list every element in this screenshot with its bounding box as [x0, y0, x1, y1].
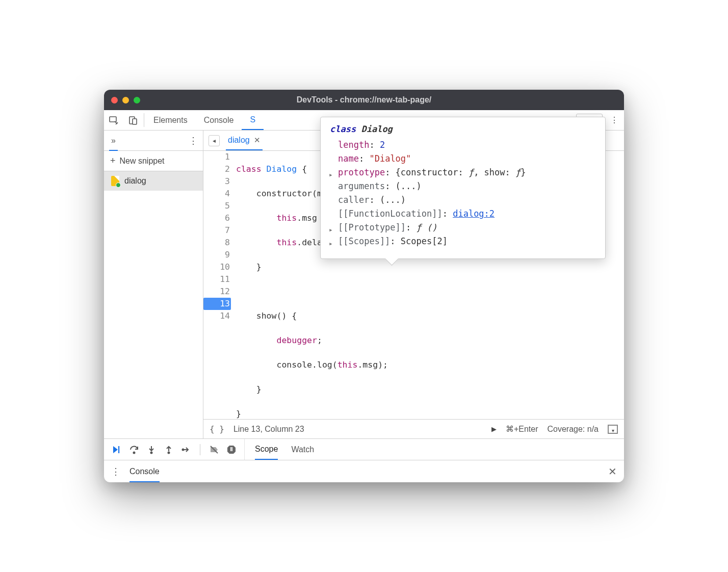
drawer-console-tab[interactable]: Console — [129, 467, 160, 482]
step-icon[interactable] — [180, 444, 192, 455]
tab-console[interactable]: Console — [196, 110, 242, 130]
editor-nav-icon[interactable]: ◂ — [209, 135, 220, 146]
tab-elements[interactable]: Elements — [145, 110, 196, 130]
drawer-close-icon[interactable]: ✕ — [608, 465, 617, 478]
debugger-bar: Scope Watch — [104, 438, 624, 460]
object-preview-popover: class Dialog length: 2name: "Dialog"prot… — [320, 117, 606, 259]
svg-point-5 — [134, 452, 135, 453]
run-shortcut: ⌘+Enter — [506, 424, 538, 434]
snippet-item[interactable]: dialog — [104, 171, 203, 191]
popover-header: class Dialog — [328, 122, 598, 136]
plus-icon: + — [110, 155, 116, 166]
resume-icon[interactable] — [111, 444, 122, 455]
snippet-item-label: dialog — [124, 176, 146, 186]
popover-property-row: arguments: (...) — [328, 179, 598, 193]
svg-rect-9 — [230, 447, 231, 451]
sidebar-expand-icon[interactable]: » — [109, 136, 118, 151]
popover-property-row[interactable]: [[Scopes]]: Scopes[2] — [328, 235, 598, 248]
sidebar-menu-icon[interactable]: ⋮ — [189, 135, 198, 146]
minimize-window-button[interactable] — [122, 97, 129, 103]
svg-rect-4 — [118, 446, 119, 453]
editor-tab-dialog[interactable]: dialog ✕ — [226, 131, 263, 150]
popover-property-row: [[FunctionLocation]]: dialog:2 — [328, 207, 598, 221]
popover-property-row[interactable]: prototype: {constructor: ƒ, show: ƒ} — [328, 166, 598, 179]
maximize-window-button[interactable] — [134, 97, 140, 103]
svg-point-6 — [151, 452, 152, 453]
deactivate-breakpoints-icon[interactable] — [209, 444, 220, 455]
sidebar-header: » ⋮ — [104, 131, 203, 151]
titlebar: DevTools - chrome://new-tab-page/ — [104, 90, 624, 110]
svg-point-8 — [183, 449, 184, 450]
coverage-label: Coverage: n/a — [547, 425, 599, 434]
tab-sources[interactable]: S — [242, 110, 264, 130]
svg-rect-10 — [231, 447, 232, 451]
step-over-icon[interactable] — [128, 444, 140, 455]
popover-property-row: name: "Dialog" — [328, 152, 598, 166]
navigator-sidebar: » ⋮ + New snippet dialog — [104, 131, 203, 438]
close-tab-icon[interactable]: ✕ — [254, 136, 261, 145]
popover-property-row: length: 2 — [328, 138, 598, 152]
new-snippet-label: New snippet — [120, 157, 165, 166]
line-gutter: 1234 5678 9101112 1314 — [203, 151, 234, 419]
window-title: DevTools - chrome://new-tab-page/ — [104, 95, 624, 105]
popover-keyword: class — [330, 124, 356, 134]
popover-property-row: caller: (...) — [328, 193, 598, 207]
tab-scope[interactable]: Scope — [255, 439, 278, 460]
window-controls — [111, 97, 140, 103]
popover-class-name: Dialog — [361, 124, 392, 134]
console-drawer: ⋮ Console ✕ — [104, 460, 624, 482]
debug-controls — [104, 439, 245, 460]
device-toggle-icon[interactable] — [123, 110, 143, 130]
pause-exceptions-icon[interactable] — [226, 444, 237, 455]
step-into-icon[interactable] — [146, 444, 157, 455]
inspect-element-icon[interactable] — [104, 110, 123, 130]
step-out-icon[interactable] — [163, 444, 174, 455]
devtools-window: DevTools - chrome://new-tab-page/ Elemen… — [104, 90, 624, 482]
tab-watch[interactable]: Watch — [291, 439, 314, 460]
run-icon[interactable]: ▶ — [491, 425, 497, 433]
right-panel-tabs: Scope Watch — [245, 439, 324, 460]
svg-point-7 — [168, 452, 170, 453]
kebab-menu-icon[interactable]: ⋮ — [605, 110, 624, 130]
svg-rect-0 — [110, 117, 116, 122]
editor-statusbar: { } Line 13, Column 23 ▶ ⌘+Enter Coverag… — [203, 419, 624, 438]
popover-property-row[interactable]: [[Prototype]]: ƒ () — [328, 221, 598, 235]
close-window-button[interactable] — [111, 97, 118, 103]
editor-tab-label: dialog — [228, 136, 250, 145]
snippet-file-icon — [111, 176, 119, 186]
format-icon[interactable]: { } — [210, 424, 224, 434]
coverage-box-icon[interactable]: ▾ — [608, 425, 618, 434]
cursor-position: Line 13, Column 23 — [233, 425, 304, 434]
svg-rect-2 — [133, 119, 137, 124]
drawer-menu-icon[interactable]: ⋮ — [111, 466, 120, 477]
new-snippet-button[interactable]: + New snippet — [104, 151, 203, 171]
